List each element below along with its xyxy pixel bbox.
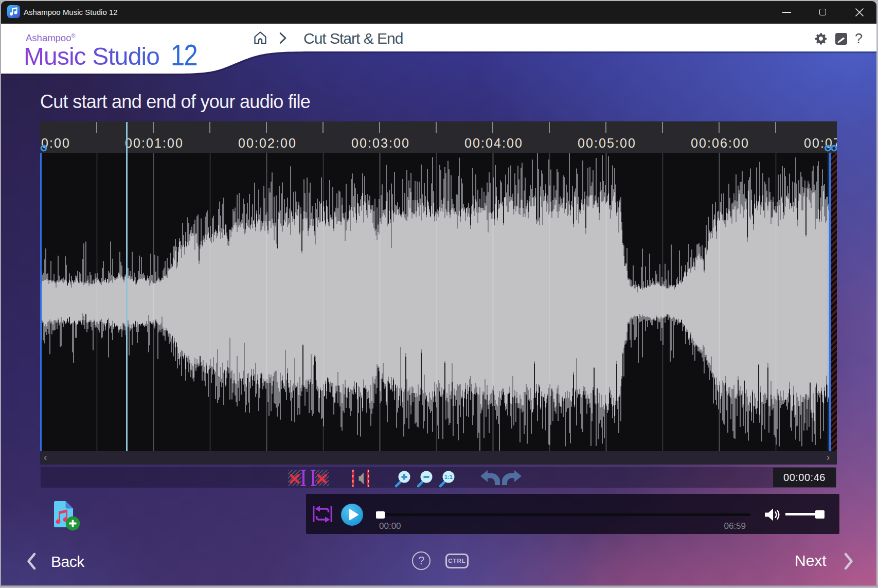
svg-text:1:1: 1:1	[444, 474, 453, 480]
